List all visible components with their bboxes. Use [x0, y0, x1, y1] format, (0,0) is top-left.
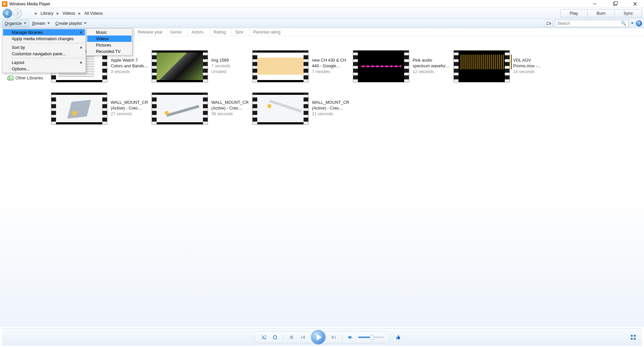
create-playlist-menu-button[interactable]: Create playlist: [53, 20, 89, 27]
mute-button[interactable]: [347, 334, 354, 341]
video-info: WALL_MOUNT_CREO (Active) - Creo Parame..…: [312, 92, 350, 125]
column-genre[interactable]: Genre: [166, 28, 188, 36]
menu-item-apply-media-info[interactable]: Apply media information changes: [3, 36, 85, 42]
nav-forward-button[interactable]: [13, 9, 22, 18]
video-thumbnail[interactable]: [453, 50, 510, 82]
submenu-item-music[interactable]: Music: [87, 29, 131, 36]
column-size[interactable]: Size: [231, 28, 250, 36]
stream-menu-button[interactable]: Stream: [29, 20, 53, 27]
chevron-down-icon: [24, 22, 26, 24]
svg-rect-2: [546, 22, 548, 23]
organize-menu-button[interactable]: Organize: [2, 20, 29, 27]
video-item[interactable]: Pink audio spectrum waveform animation -…: [353, 50, 451, 82]
breadcrumb-all-videos[interactable]: All Videos: [83, 10, 104, 17]
sidebar-item-other-libraries[interactable]: Other Libraries: [8, 76, 43, 80]
breadcrumb: ▶ Library ▶ Videos ▶ All Videos: [33, 10, 104, 17]
video-thumbnail[interactable]: [252, 50, 309, 82]
tab-play[interactable]: Play: [560, 9, 588, 17]
divider: [342, 334, 342, 341]
video-duration: 27 seconds: [111, 111, 148, 117]
video-info: Img 15697 secondsUnrated: [211, 50, 249, 82]
window-close-button[interactable]: [629, 0, 641, 8]
mode-tabs: Play Burn Sync: [560, 9, 644, 17]
menu-separator: [11, 58, 84, 58]
video-info: new CH 430 & CH 440 - Google Sheets - Go…: [312, 50, 350, 82]
stop-button[interactable]: [288, 334, 295, 341]
video-thumbnail[interactable]: [152, 50, 208, 82]
window-minimize-button[interactable]: [589, 0, 600, 8]
video-thumbnail[interactable]: [252, 92, 309, 125]
menu-item-options[interactable]: Options...: [3, 66, 85, 72]
player-bar: [2, 328, 642, 346]
video-title: WALL_MOUNT_CREO (Active) - Creo Parame..…: [211, 100, 249, 111]
help-button[interactable]: ?: [636, 20, 642, 26]
toolbar: Organize Stream Create playlist 🔍 ?: [0, 19, 644, 28]
organize-menu: Manage libraries Apply media information…: [2, 28, 86, 73]
app-icon: [2, 1, 7, 7]
window-maximize-button[interactable]: [609, 0, 621, 8]
svg-rect-6: [548, 24, 550, 24]
column-release-year[interactable]: Release year: [134, 28, 166, 36]
video-thumbnail[interactable]: [152, 92, 208, 125]
video-item[interactable]: WALL_MOUNT_CREO (Active) - Creo Parame..…: [252, 92, 350, 125]
search-input[interactable]: [557, 21, 621, 26]
submenu-item-pictures[interactable]: Pictures: [87, 42, 131, 48]
video-info: Pink audio spectrum waveform animation -…: [413, 50, 450, 82]
video-grid: Apple Watch 7 Colors and Bands - Google …: [51, 50, 637, 125]
view-options-button[interactable]: [544, 20, 553, 27]
svg-rect-11: [631, 338, 633, 340]
like-button[interactable]: [395, 334, 402, 341]
svg-rect-8: [290, 336, 293, 339]
video-extra: Unrated: [211, 69, 249, 75]
search-box[interactable]: 🔍: [555, 20, 629, 27]
tab-burn[interactable]: Burn: [587, 9, 615, 17]
video-item[interactable]: Img 15697 secondsUnrated: [152, 50, 250, 82]
svg-rect-4: [548, 22, 550, 22]
search-scope-dropdown[interactable]: [630, 20, 635, 27]
menu-item-customize-nav[interactable]: Customize navigation pane...: [3, 51, 85, 57]
column-rating[interactable]: Rating: [210, 28, 231, 36]
video-thumbnail[interactable]: [51, 92, 107, 125]
title-bar: Windows Media Player: [0, 0, 644, 8]
video-title: Pink audio spectrum waveform animation -…: [413, 58, 450, 69]
app-title: Windows Media Player: [9, 2, 50, 6]
breadcrumb-library[interactable]: Library: [39, 10, 55, 17]
video-item[interactable]: new CH 430 & CH 440 - Google Sheets - Go…: [252, 50, 350, 82]
previous-button[interactable]: [300, 334, 306, 341]
next-button[interactable]: [330, 334, 337, 341]
submenu-item-recorded-tv[interactable]: Recorded TV: [87, 48, 131, 55]
repeat-button[interactable]: [272, 334, 278, 341]
shuffle-button[interactable]: [260, 334, 267, 341]
chevron-down-icon: [47, 22, 50, 24]
video-duration: 3 seconds: [111, 69, 148, 75]
switch-to-now-playing-button[interactable]: [630, 334, 637, 341]
menu-item-sort-by[interactable]: Sort by: [3, 44, 85, 51]
libraries-icon: [8, 76, 13, 80]
video-thumbnail[interactable]: [353, 50, 409, 82]
video-duration: 7 minutes: [312, 69, 350, 75]
navigation-bar: ▶ Library ▶ Videos ▶ All Videos Play Bur…: [0, 8, 644, 19]
video-duration: 12 seconds: [413, 69, 450, 75]
volume-slider[interactable]: [358, 337, 384, 338]
search-icon[interactable]: 🔍: [621, 21, 626, 26]
video-title: VDL AGV Promo.mov - YouTube - Google Chr…: [513, 58, 551, 69]
video-item[interactable]: WALL_MOUNT_CREO (Active) - Creo Parame..…: [152, 92, 250, 125]
video-title: Apple Watch 7 Colors and Bands - Google …: [111, 58, 148, 69]
menu-item-manage-libraries[interactable]: Manage libraries: [3, 29, 85, 36]
play-button[interactable]: [311, 330, 326, 345]
menu-item-layout[interactable]: Layout: [3, 59, 85, 66]
column-parental-rating[interactable]: Parental rating: [250, 28, 290, 36]
video-item[interactable]: WALL_MOUNT_CREO (Active) - Creo Parame..…: [51, 92, 149, 125]
submenu-item-videos[interactable]: Videos: [87, 36, 131, 42]
video-info: WALL_MOUNT_CREO (Active) - Creo Parame..…: [111, 92, 148, 125]
tab-sync[interactable]: Sync: [614, 9, 642, 17]
divider: [283, 334, 283, 341]
column-actors[interactable]: Actors: [188, 28, 210, 36]
breadcrumb-videos[interactable]: Videos: [61, 10, 76, 17]
video-item[interactable]: VDL AGV Promo.mov - YouTube - Google Chr…: [453, 50, 551, 82]
chevron-right-icon: ▶: [57, 12, 59, 15]
nav-back-button[interactable]: [3, 9, 12, 18]
chevron-down-icon: [84, 22, 87, 24]
video-duration: 38 seconds: [211, 111, 249, 117]
menu-separator: [11, 43, 84, 43]
